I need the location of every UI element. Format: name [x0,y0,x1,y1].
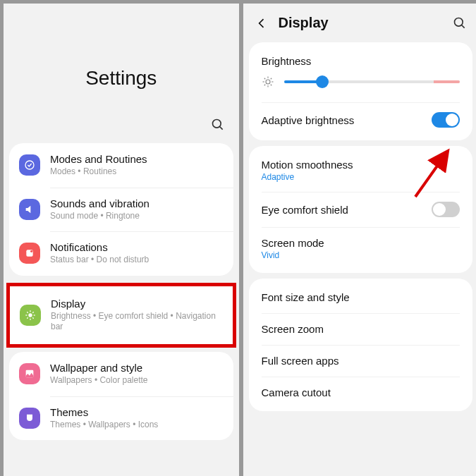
screen-mode-row[interactable]: Screen mode Vivid [249,227,473,270]
svg-point-17 [266,80,270,84]
display-pane: Display Brightness Adaptive brightness [243,3,477,476]
item-sub: Themes • Wallpapers • Icons [50,420,224,431]
modes-icon [19,154,40,176]
item-sub: Status bar • Do not disturb [50,255,224,266]
item-wallpaper[interactable]: Wallpaper and style Wallpapers • Color p… [9,352,233,396]
svg-point-15 [455,18,463,26]
cutout-label: Camera cutout [262,386,331,398]
item-sub: Sound mode • Ringtone [50,211,224,222]
svg-point-0 [212,120,221,128]
motion-value: Adaptive [262,172,353,182]
svg-line-24 [264,85,265,86]
svg-line-13 [32,312,33,312]
adaptive-toggle[interactable] [432,112,460,128]
adaptive-label: Adaptive brightness [262,114,355,126]
display-icon [20,305,41,326]
adaptive-brightness-row[interactable]: Adaptive brightness [249,102,473,138]
item-display[interactable]: Display Brightness • Eye comfort shield … [10,286,233,344]
eye-comfort-row[interactable]: Eye comfort shield [249,192,473,227]
svg-point-2 [25,161,34,169]
item-label: Notifications [50,241,224,253]
settings-pane: Settings Modes and Routines Modes • Rout… [3,3,240,476]
header-title: Display [279,15,444,31]
screenmode-label: Screen mode [262,237,324,249]
screenmode-value: Vivid [262,250,324,260]
item-label: Display [51,298,223,310]
item-label: Modes and Routines [50,153,224,165]
item-notifications[interactable]: Notifications Status bar • Do not distur… [9,231,233,276]
item-sounds[interactable]: Sounds and vibration Sound mode • Ringto… [9,188,233,232]
brightness-slider[interactable] [284,80,460,83]
cutout-row[interactable]: Camera cutout [249,377,473,408]
item-sub: Wallpapers • Color palette [50,375,224,386]
wallpaper-icon [19,363,40,384]
svg-line-22 [264,78,265,80]
zoom-label: Screen zoom [262,323,324,335]
svg-line-1 [219,127,222,130]
themes-icon [19,408,40,429]
eye-toggle[interactable] [432,202,460,217]
sound-icon [19,199,40,220]
item-sub: Brightness • Eye comfort shield • Naviga… [51,311,223,333]
fullscreen-row[interactable]: Full screen apps [249,345,473,377]
item-label: Wallpaper and style [50,362,224,374]
sun-icon [262,75,274,88]
svg-line-11 [32,317,33,318]
display-highlight: Display Brightness • Eye comfort shield … [6,283,236,348]
eye-label: Eye comfort shield [262,204,348,216]
svg-line-23 [270,85,271,86]
back-icon[interactable] [255,16,269,30]
search-icon[interactable] [453,16,467,30]
svg-line-10 [27,312,28,312]
fullscreen-label: Full screen apps [262,355,339,367]
brightness-label: Brightness [262,55,460,67]
font-label: Font size and style [262,291,350,303]
item-sub: Modes • Routines [50,166,224,178]
svg-point-5 [28,313,32,317]
search-icon[interactable] [211,118,225,132]
zoom-row[interactable]: Screen zoom [249,313,473,345]
svg-line-16 [462,25,465,28]
item-label: Sounds and vibration [50,197,224,209]
motion-smoothness-row[interactable]: Motion smoothness Adaptive [249,149,473,192]
notifications-icon [19,243,40,264]
svg-line-12 [27,317,28,318]
motion-label: Motion smoothness [262,159,353,171]
svg-line-25 [270,78,271,80]
font-row[interactable]: Font size and style [249,281,473,313]
page-title: Settings [4,4,239,118]
svg-point-4 [30,250,32,252]
brightness-row: Brightness [249,45,473,102]
item-themes[interactable]: Themes Themes • Wallpapers • Icons [9,396,233,441]
item-modes-routines[interactable]: Modes and Routines Modes • Routines [9,143,233,188]
item-label: Themes [50,406,224,418]
